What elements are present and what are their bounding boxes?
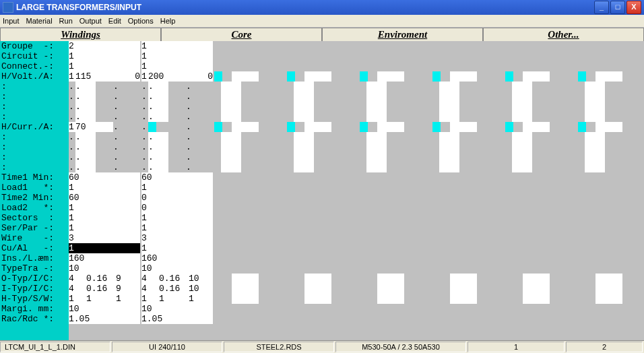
c1-typetra[interactable]: 10 xyxy=(69,263,140,274)
empty-cell[interactable] xyxy=(366,142,387,152)
c2-hvolt-a[interactable]: 0 xyxy=(186,71,213,82)
empty-cell[interactable] xyxy=(512,112,532,122)
empty-cell[interactable] xyxy=(366,102,387,112)
empty-cell[interactable] xyxy=(450,274,477,284)
empty-cell[interactable] xyxy=(366,162,387,172)
c2-time2[interactable]: 0 xyxy=(141,193,213,203)
empty-cell[interactable] xyxy=(439,82,459,92)
c1-r10b[interactable]: . xyxy=(75,142,96,152)
empty-cell[interactable] xyxy=(360,122,368,132)
empty-cell[interactable] xyxy=(523,284,550,294)
c2-ityp-b[interactable]: 0.16 xyxy=(159,284,189,294)
c2-r4a[interactable]: . xyxy=(141,82,148,92)
c1-r12c[interactable]: . xyxy=(113,162,140,172)
c2-r12a[interactable]: . xyxy=(141,162,148,172)
empty-cell[interactable] xyxy=(523,274,550,284)
c2-load1[interactable]: 1 xyxy=(141,183,213,193)
c2-hvolt-val[interactable]: 200 xyxy=(148,71,186,82)
empty-cell[interactable] xyxy=(304,284,331,294)
c1-ityp-c[interactable]: 9 xyxy=(116,284,140,294)
empty-cell[interactable] xyxy=(294,142,314,152)
empty-cell[interactable] xyxy=(221,152,241,162)
empty-cell[interactable] xyxy=(585,82,605,92)
empty-cell[interactable] xyxy=(439,132,459,142)
c2-r10c[interactable]: . xyxy=(186,142,213,152)
empty-cell[interactable] xyxy=(523,122,550,132)
empty-cell[interactable] xyxy=(439,142,459,152)
c1-r4b[interactable]: . xyxy=(75,82,96,92)
c2-r7a[interactable]: . xyxy=(141,112,148,122)
c2-r6a[interactable]: . xyxy=(141,102,148,112)
empty-cell[interactable] xyxy=(450,122,477,132)
empty-cell[interactable] xyxy=(377,294,404,304)
empty-cell[interactable] xyxy=(439,162,459,172)
c2-r4b[interactable]: . xyxy=(148,82,168,92)
c1-r6b[interactable]: . xyxy=(75,102,96,112)
c1-load2[interactable]: 1 xyxy=(69,203,140,213)
c1-hcurr-a[interactable]: . xyxy=(113,122,140,132)
c1-r6a[interactable]: . xyxy=(69,102,75,112)
c2-otyp-c[interactable]: 10 xyxy=(189,274,213,284)
c2-wire[interactable]: 3 xyxy=(141,233,213,243)
empty-cell[interactable] xyxy=(294,112,314,122)
menu-material[interactable]: Material xyxy=(26,17,52,25)
empty-cell[interactable] xyxy=(432,122,441,132)
c2-circuit[interactable]: 1 xyxy=(141,51,213,61)
c1-htyp-a[interactable]: 1 xyxy=(69,294,86,304)
menu-options[interactable]: Options xyxy=(128,17,154,25)
c1-connect[interactable]: 1 xyxy=(69,61,140,71)
c2-htyp-b[interactable]: 1 xyxy=(159,294,189,304)
empty-cell[interactable] xyxy=(366,132,387,142)
c2-ins[interactable]: 160 xyxy=(141,253,213,263)
empty-cell[interactable] xyxy=(232,274,259,284)
empty-cell[interactable] xyxy=(512,142,532,152)
c2-otyp-b[interactable]: 0.16 xyxy=(159,274,189,284)
c2-r11b[interactable]: . xyxy=(148,152,168,162)
empty-cell[interactable] xyxy=(439,102,459,112)
empty-cell[interactable] xyxy=(595,284,622,294)
empty-cell[interactable] xyxy=(450,294,477,304)
menu-output[interactable]: Output xyxy=(79,17,102,25)
c2-sectors[interactable]: 1 xyxy=(141,213,213,223)
c1-serpar[interactable]: 1 xyxy=(69,223,140,233)
c2-ityp-a[interactable]: 4 xyxy=(141,284,159,294)
empty-cell[interactable] xyxy=(294,162,314,172)
empty-cell[interactable] xyxy=(360,71,368,82)
c1-sectors[interactable]: 1 xyxy=(69,213,140,223)
c1-r9a[interactable]: . xyxy=(69,132,75,142)
maximize-button[interactable]: □ xyxy=(610,1,625,14)
empty-cell[interactable] xyxy=(439,92,459,102)
empty-cell[interactable] xyxy=(523,294,550,304)
empty-cell[interactable] xyxy=(512,82,532,92)
empty-cell[interactable] xyxy=(377,274,404,284)
empty-cell[interactable] xyxy=(304,71,331,82)
empty-cell[interactable] xyxy=(578,71,586,82)
c1-r9b[interactable]: . xyxy=(75,132,96,142)
empty-cell[interactable] xyxy=(450,284,477,294)
c1-hcurr-val[interactable]: 70 xyxy=(75,122,113,132)
empty-cell[interactable] xyxy=(221,102,241,112)
empty-cell[interactable] xyxy=(287,122,295,132)
minimize-button[interactable]: _ xyxy=(594,1,609,14)
c2-htyp-a[interactable]: 1 xyxy=(141,294,159,304)
c2-r9b[interactable]: . xyxy=(148,132,168,142)
empty-cell[interactable] xyxy=(595,122,622,132)
c2-cual[interactable]: 1 xyxy=(141,243,213,253)
empty-cell[interactable] xyxy=(294,132,314,142)
tab-other[interactable]: Other... xyxy=(483,28,644,41)
c2-r12c[interactable]: . xyxy=(186,162,213,172)
c2-r6b[interactable]: . xyxy=(148,102,168,112)
empty-cell[interactable] xyxy=(221,142,241,152)
empty-cell[interactable] xyxy=(505,122,513,132)
c2-r6c[interactable]: . xyxy=(186,102,213,112)
c2-r10a[interactable]: . xyxy=(141,142,148,152)
empty-cell[interactable] xyxy=(585,142,605,152)
c1-htyp-c[interactable]: 1 xyxy=(116,294,140,304)
c2-r10b[interactable]: . xyxy=(148,142,168,152)
c2-r11a[interactable]: . xyxy=(141,152,148,162)
c1-r5c[interactable]: . xyxy=(113,92,140,102)
empty-cell[interactable] xyxy=(512,102,532,112)
empty-cell[interactable] xyxy=(221,112,241,122)
empty-cell[interactable] xyxy=(377,284,404,294)
empty-cell[interactable] xyxy=(585,132,605,142)
